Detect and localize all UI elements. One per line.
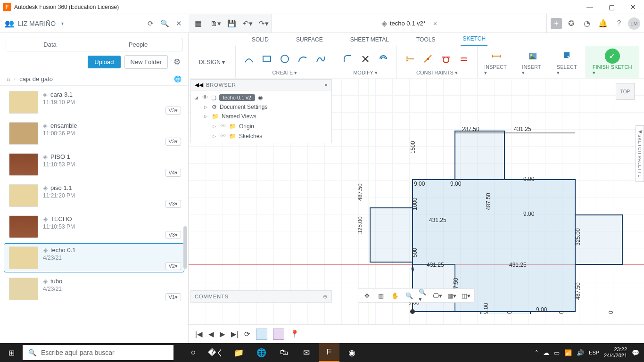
web-icon[interactable]: 🌐 [174,75,182,82]
wifi-icon[interactable]: 📶 [564,349,572,356]
store-icon[interactable]: 🛍 [273,343,294,362]
group-finish-sketch[interactable]: ✓ FINISH SKETCH ▾ [586,46,639,78]
notifications-icon[interactable]: 💬 [632,349,639,356]
user-name[interactable]: LIZ MARIÑO [18,20,56,27]
version-badge[interactable]: V3▾ [165,200,181,208]
search-button[interactable]: 🔍 [159,18,170,29]
fit-icon[interactable]: 🔍▾ [419,291,428,300]
settings-icon[interactable]: ⚙ [172,57,182,67]
tab-people[interactable]: People [94,38,182,51]
file-item[interactable]: ◈piso 1.111:21:20 PM V3▾ [4,181,184,210]
battery-icon[interactable]: ▭ [554,349,560,356]
timeline-play-icon[interactable]: ▶ [220,330,225,338]
minimize-button[interactable]: — [579,0,601,14]
display-settings-icon[interactable]: 🖵▾ [433,291,442,300]
new-tab-button[interactable]: ＋ [551,18,562,29]
close-button[interactable]: ✕ [622,0,644,14]
viewcube[interactable]: TOP [616,83,635,100]
notifications-button[interactable]: 🔔 [596,16,610,31]
app-grid-icon[interactable]: ▦ [189,19,207,28]
timeline-feature-sketch[interactable] [256,329,267,340]
browser-node[interactable]: ▷⚙Document Settings [194,102,329,112]
file-item[interactable]: ◈cara 3.111:19:10 PM V3▾ [4,88,184,117]
version-badge[interactable]: V3▾ [165,231,181,239]
scrollbar[interactable] [183,226,187,269]
document-tab[interactable]: ◈ techo 0.1 v2* × [272,14,547,33]
tab-sketch[interactable]: SKETCH [461,33,487,46]
horizontal-constraint-icon[interactable] [404,52,417,66]
collapse-icon[interactable]: ◀◀ [195,82,203,88]
version-badge[interactable]: V1▾ [165,293,181,301]
extensions-button[interactable]: ✪ [564,16,578,31]
new-folder-button[interactable]: New Folder [124,55,168,69]
fillet-tool-icon[interactable] [341,52,354,66]
panel-options-icon[interactable]: ● [324,82,328,88]
workspace-switcher[interactable]: DESIGN ▾ [189,46,236,78]
version-badge[interactable]: V4▾ [165,169,181,177]
user-avatar[interactable]: LM [628,17,640,30]
tab-solid[interactable]: SOLID [250,33,271,46]
add-comment-icon[interactable]: ⊕ [323,294,328,300]
onedrive-icon[interactable]: ☁ [543,349,549,356]
comments-bar[interactable]: COMMENTS ⊕ [190,290,332,303]
upload-button[interactable]: Upload [88,56,120,68]
language-indicator[interactable]: ESP [589,350,599,355]
browser-root[interactable]: ◢👁▢techo 0.1 v2◉ [194,92,329,102]
viewport-icon[interactable]: ◫▾ [461,291,471,300]
tab-surface[interactable]: SURFACE [294,33,325,46]
orbit-icon[interactable]: ✥ [362,291,372,300]
browser-node[interactable]: ▷📁Named Views [194,112,329,121]
select-tool-icon[interactable] [561,49,574,63]
timeline-end-icon[interactable]: ⟳ [244,330,250,338]
trim-tool-icon[interactable] [359,52,372,66]
chrome-icon[interactable]: ◉ [341,343,362,362]
maximize-button[interactable]: ▢ [601,0,622,14]
group-label[interactable]: SELECT ▾ [557,64,579,76]
insert-image-icon[interactable] [526,49,539,63]
version-badge[interactable]: V3▾ [165,138,181,146]
file-item[interactable]: ◈ensamble11:00:36 PM V3▾ [4,119,184,148]
group-label[interactable]: CREATE ▾ [272,70,297,76]
taskbar-search[interactable]: 🔍 Escribe aquí para buscar [23,345,173,360]
spline-tool-icon[interactable] [314,52,327,66]
tab-close-icon[interactable]: × [433,20,437,27]
timeline-next-icon[interactable]: ▶| [231,330,239,338]
zoom-icon[interactable]: 🔍 [405,291,414,300]
edge-icon[interactable]: 🌐 [251,343,272,362]
fusion-taskbar-icon[interactable]: F [319,343,339,362]
tab-data[interactable]: Data [6,38,94,51]
cortana-icon[interactable]: �く [206,343,226,362]
version-badge[interactable]: V2▾ [165,262,181,270]
home-icon[interactable]: ⌂ [7,75,10,82]
look-at-icon[interactable]: ▥ [376,291,386,300]
version-badge[interactable]: V3▾ [165,107,181,115]
arc-tool-icon[interactable] [296,52,309,66]
tab-tools[interactable]: TOOLS [414,33,437,46]
canvas[interactable]: TOP ◀ SKETCH PALETTE ◀◀ BROWSER ● ◢👁▢tec… [189,78,644,324]
timeline-prev-icon[interactable]: ◀ [208,330,214,338]
team-icon[interactable]: 👥 [5,19,14,28]
tray-chevron-icon[interactable]: ˄ [535,349,538,356]
file-item[interactable]: ◈techo 0.14/23/21 V2▾ [4,243,184,272]
radio-icon[interactable]: ◉ [258,94,263,101]
save-button[interactable]: 💾 [223,14,239,33]
redo-button[interactable]: ↷▾ [256,14,272,33]
visibility-icon[interactable]: 👁 [220,132,226,140]
browser-node[interactable]: ▷👁📁Origin [194,121,329,131]
task-view-icon[interactable]: ○ [183,343,204,362]
user-dropdown-icon[interactable]: ▾ [61,21,64,26]
coincident-constraint-icon[interactable] [421,52,435,66]
file-item[interactable]: ◈TECHO11:10:53 PM V3▾ [4,212,184,241]
measure-tool-icon[interactable] [490,49,503,63]
visibility-icon[interactable]: 👁 [220,123,226,130]
group-label[interactable]: INSPECT ▾ [484,64,508,76]
group-label[interactable]: CONSTRAINTS ▾ [416,70,458,76]
grid-settings-icon[interactable]: ▦▾ [447,291,456,300]
rectangle-tool-icon[interactable] [260,52,273,66]
panel-close-button[interactable]: ✕ [173,18,184,29]
tab-sheet-metal[interactable]: SHEET METAL [348,33,391,46]
pan-icon[interactable]: ✋ [390,291,400,300]
line-tool-icon[interactable] [242,52,256,66]
refresh-button[interactable]: ⟳ [145,18,156,29]
group-label[interactable]: MODIFY ▾ [353,70,378,76]
